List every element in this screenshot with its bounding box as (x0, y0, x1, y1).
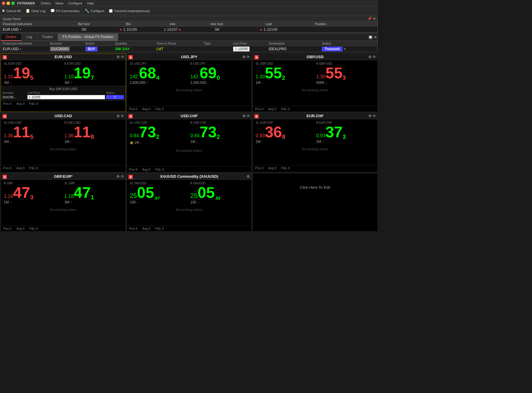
tab-orders[interactable]: Orders (1, 34, 22, 41)
tile-eur-chf-buy-side[interactable]: B EUR.CHF 0.93 37 3 2M ↑ (315, 120, 376, 144)
order-destination: IDEALPRO (269, 47, 322, 51)
tile-eur-usd-sell-label: SL EUR.USD (4, 62, 62, 65)
tile-eur-usd-order-status[interactable]: T (106, 95, 124, 99)
tile-gbp-usd-settings-icon[interactable]: ⚙ (368, 55, 372, 59)
cancel-all-button[interactable]: ✖ Cancel All (2, 9, 21, 13)
tile-xauusd-buy-size: 100 ↓ (190, 200, 249, 204)
tile-eur-chf-pos-label: Pos 0 (255, 166, 263, 170)
tile-eur-usd-order-price[interactable]: 1.10205 (27, 95, 105, 99)
tile-usd-cad-buy-large: 11 (74, 124, 91, 140)
menu-help[interactable]: Help (87, 1, 94, 5)
tile-eur-usd-sell-side[interactable]: SL EUR.USD 1.10 19 5 3M ↓ (3, 61, 63, 85)
tile-eur-chf-sell-label: SL EUR.CHF (256, 121, 314, 124)
tile-gbp-eur-title: GBP.EUR* (54, 174, 73, 179)
tabs: Orders Log Trades FX Portfolio - Virtual… (1, 34, 377, 41)
oh-action: Action (85, 42, 115, 45)
tile-eur-chf-sell-small: 8 (282, 134, 285, 140)
clear-log-button[interactable]: 📋 Clear Log (25, 9, 46, 13)
tile-eur-usd-refresh-icon[interactable]: ⟳ (121, 55, 124, 59)
tile-usd-chf-buy-side[interactable]: B USD.CHF 0.84 73 2 1M ↓ (189, 120, 250, 146)
order-status-dropdown[interactable]: ▾ (344, 47, 346, 51)
tile-gbp-eur-sell-side[interactable]: B GBP 1.18 47 3 1M ↓ (3, 181, 63, 205)
tile-usd-chf-refresh-icon[interactable]: ⟳ (247, 114, 250, 118)
tile-xauusd-sell-side[interactable]: SL XAUUSD 25 05 .67 100 ↓ (129, 181, 189, 205)
tile-usd-cad-buy-side[interactable]: B USD.CAD 1.36 11 8 1M ↓ (63, 120, 124, 144)
tile-gbp-eur-sell-label: B GBP (4, 182, 62, 185)
orders-section-icon2[interactable]: ✖ (374, 35, 377, 39)
configure-button[interactable]: 🔧 Configure (85, 9, 105, 13)
menu-configure[interactable]: Configure (68, 1, 82, 5)
tile-gbp-eur-buy-main: 1.18 47 1 (64, 185, 123, 200)
tab-trades[interactable]: Trades (37, 34, 58, 41)
maximize-button[interactable] (11, 1, 15, 5)
tile-eur-usd-buy-side[interactable]: B EUR.USD 1.10 19 7 3M ↑ (63, 61, 124, 85)
tile-eur-chf-buy-prefix: 0.93 (316, 133, 325, 138)
tile-gbp-usd-buy-large: 55 (325, 65, 343, 81)
tile-usd-jpy-sell-prefix: 142. (130, 74, 139, 79)
oh-lmt-price: Lmt Price (233, 42, 269, 45)
tile-eur-usd-buy-main: 1.10 19 7 (64, 65, 123, 81)
order-price-value[interactable]: 1.10205 (233, 47, 249, 51)
tile-gbp-eur-no-orders: No working orders (1, 206, 126, 214)
close-button[interactable] (2, 1, 5, 5)
tile-usd-cad-settings-icon[interactable]: ⚙ (116, 114, 120, 118)
tile-eur-chf-pos: Pos 0 Avg 0 P&L 0 (253, 165, 377, 171)
tab-portfolio[interactable]: FX Portfolio - Virtual FX Position (58, 34, 119, 41)
last-dot: ● (260, 27, 262, 32)
tile-usd-cad-sell-side[interactable]: SL USD.CAD 1.36 11 5 2M ↓ (3, 120, 63, 144)
tile-gbp-eur-buy-prefix: 1.18 (64, 194, 74, 199)
tile-gbp-usd-buy-side[interactable]: B GBP.USD 1.30 55 3 500K ↓ (315, 61, 376, 85)
tile-gbp-eur-refresh-icon[interactable]: ⟳ (121, 175, 124, 179)
tile-gbp-usd-sell-side[interactable]: SL GBP.USD 1.30 55 2 1M ↓ (254, 61, 315, 85)
fx-commentary-button[interactable]: 💬 FX Commentary (50, 9, 80, 13)
tile-gbp-eur-sell-arrow: ↓ (10, 200, 12, 204)
tile-usd-cad-refresh-icon[interactable]: ⟳ (121, 114, 124, 118)
tile-gbp-usd-refresh-icon[interactable]: ⟳ (373, 55, 376, 59)
minimize-button[interactable] (7, 1, 10, 5)
tile-usd-cad-buy-main: 1.36 11 8 (64, 124, 123, 140)
tile-xauusd-settings-icon[interactable]: ⚙ (246, 175, 250, 179)
tile-eur-usd-settings-icon[interactable]: ⚙ (116, 55, 120, 59)
tile-usd-jpy-settings-icon[interactable]: ⚙ (242, 55, 246, 59)
tile-eur-chf-sell-side[interactable]: SL EUR.CHF 0.93 36 8 2M ↑ (254, 120, 315, 144)
tile-eur-chf-title: EUR.CHF (306, 114, 324, 118)
tile-gbp-eur-buy-side[interactable]: SL GBP 1.18 47 1 3M ↑ (63, 181, 124, 205)
tile-gbp-eur-tools: ⚙ ⟳ (116, 175, 124, 179)
tile-xauusd-title: XAUUSD Commodity (XAUUSD) (160, 174, 218, 179)
transmit-checkbox[interactable] (109, 9, 113, 13)
tile-usd-jpy-sell-side[interactable]: SL USD.JPY 142. 68 4 2,600,000 ↑ (129, 61, 189, 85)
quote-panel-close-icon[interactable]: ✖ (373, 17, 376, 21)
tile-gbp-eur-buy-size: 3M ↑ (64, 200, 123, 204)
menu-news[interactable]: News (56, 1, 64, 5)
tile-usd-jpy-buy-side[interactable]: B USD.JPY 142. 69 0 2,000,000 ↓ (189, 61, 250, 85)
tile-usd-jpy-buy-size: 2,000,000 ↓ (190, 81, 249, 85)
tile-usd-chf-buy-label: B USD.CHF (190, 121, 249, 124)
tile-edit-text[interactable]: Click Here To Edit (253, 173, 377, 201)
menu-orders[interactable]: Orders (41, 1, 51, 5)
tiles-grid: ■ EUR.USD ⚙ ⟳ SL EUR.USD 1.10 19 5 3M ↓ (0, 53, 378, 232)
tile-usd-jpy-sell-large: 68 (139, 65, 156, 81)
orders-row: EUR.USD ▾ DUC00000 BUY 20K DAY LMT 1.102… (1, 46, 377, 52)
col-ask: Ask (150, 22, 195, 26)
col-last: Last (239, 22, 298, 26)
tile-usd-chf-sell-side[interactable]: SL USD.CHF 0.84 73 2 ◆ 1M ↓ (129, 120, 189, 146)
oh-type: Type (204, 42, 233, 45)
tile-eur-chf-buy-large: 37 (325, 124, 343, 140)
quote-panel-pin-icon[interactable]: 📌 (368, 17, 372, 21)
configure-label: Configure (90, 9, 105, 13)
tile-xauusd-sell-main: 25 05 .67 (130, 185, 188, 200)
tile-eur-chf-refresh-icon[interactable]: ⟳ (373, 114, 376, 118)
tile-usd-jpy-sell-size: 2,600,000 ↑ (130, 81, 188, 85)
order-transmit-button[interactable]: Transmit (322, 47, 343, 51)
tile-usd-jpy-pnl-label: P&L 0 (155, 107, 164, 111)
tile-eur-chf-sell-prefix: 0.93 (256, 133, 265, 138)
tile-eur-chf-settings-icon[interactable]: ⚙ (368, 114, 372, 118)
tile-xauusd-buy-side[interactable]: B XAUUSD 25 05 .82 100 ↓ (189, 181, 250, 205)
tile-usd-jpy-refresh-icon[interactable]: ⟳ (247, 55, 250, 59)
tile-empty[interactable]: Click Here To Edit (252, 173, 378, 231)
tile-usd-chf-settings-icon[interactable]: ⚙ (242, 114, 246, 118)
tab-log[interactable]: Log (22, 34, 37, 41)
oh-status: Status (322, 42, 363, 45)
tile-gbp-eur-settings-icon[interactable]: ⚙ (116, 175, 120, 179)
orders-section-icon1[interactable]: 🔲 (368, 35, 373, 39)
